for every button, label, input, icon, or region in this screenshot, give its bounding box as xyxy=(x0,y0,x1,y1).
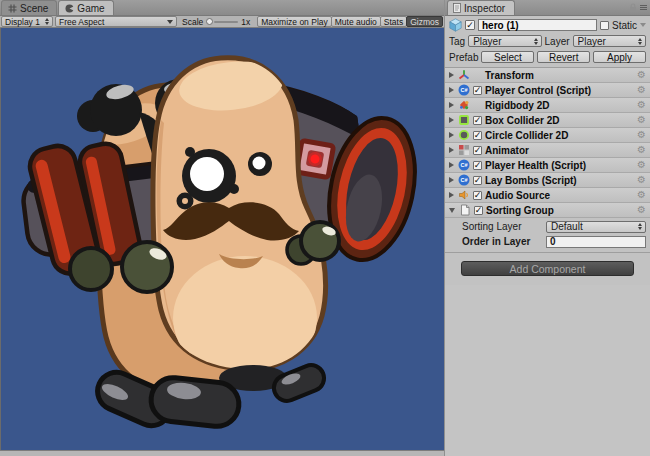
game-tabbar: Scene Game xyxy=(0,0,444,16)
tag-dropdown[interactable]: Player xyxy=(468,35,541,47)
order-in-layer-row: Order in Layer 0 xyxy=(445,235,650,248)
gear-icon[interactable]: ⚙ xyxy=(637,145,646,155)
aspect-dropdown[interactable]: Free Aspect xyxy=(55,16,177,27)
prefab-revert-button[interactable]: Revert xyxy=(537,51,590,63)
gear-icon[interactable]: ⚙ xyxy=(637,205,646,215)
inspector-tabbar-icons xyxy=(629,3,647,15)
svg-text:C#: C# xyxy=(460,87,467,93)
foldout-arrow-icon[interactable] xyxy=(449,192,454,198)
active-checkbox[interactable]: ✓ xyxy=(465,20,475,30)
add-component-button[interactable]: Add Component xyxy=(461,261,634,276)
svg-text:C#: C# xyxy=(460,177,467,183)
order-in-layer-label: Order in Layer xyxy=(462,236,542,247)
component-row-rigidbody-2d[interactable]: Rigidbody 2D ⚙ xyxy=(445,98,650,113)
animator-icon xyxy=(457,144,470,157)
game-viewport[interactable] xyxy=(0,28,444,450)
check-icon: ✓ xyxy=(474,131,482,140)
component-enabled-checkbox[interactable]: ✓ xyxy=(473,116,482,125)
component-row-player-health[interactable]: C# ✓ Player Health (Script) ⚙ xyxy=(445,158,650,173)
updown-arrows-icon xyxy=(45,18,49,25)
check-icon: ✓ xyxy=(474,146,482,155)
foldout-arrow-icon[interactable] xyxy=(449,132,454,138)
check-icon: ✓ xyxy=(466,21,474,30)
game-panel: Scene Game Display 1 Free Aspect Scale xyxy=(0,0,444,456)
check-icon: ✓ xyxy=(474,191,482,200)
prefab-label: Prefab xyxy=(449,52,478,63)
display-dropdown[interactable]: Display 1 xyxy=(1,16,53,27)
gizmos-button[interactable]: Gizmos xyxy=(406,16,443,27)
sorting-layer-label: Sorting Layer xyxy=(462,221,542,232)
layer-label: Layer xyxy=(545,36,570,47)
foldout-arrow-icon[interactable] xyxy=(449,117,454,123)
component-row-lay-bombs[interactable]: C# ✓ Lay Bombs (Script) ⚙ xyxy=(445,173,650,188)
tab-inspector[interactable]: Inspector xyxy=(447,0,515,15)
game-toolbar-buttons: Maximize on Play Mute audio Stats Gizmos xyxy=(258,16,443,27)
audio-source-icon xyxy=(457,189,470,202)
inspector-panel: Inspector ✓ hero (1) Static xyxy=(444,0,650,456)
component-enabled-checkbox[interactable]: ✓ xyxy=(473,191,482,200)
component-row-audio-source[interactable]: ✓ Audio Source ⚙ xyxy=(445,188,650,203)
gear-icon[interactable]: ⚙ xyxy=(637,130,646,140)
gear-icon[interactable]: ⚙ xyxy=(637,100,646,110)
static-dropdown-icon[interactable] xyxy=(640,23,646,27)
tab-inspector-label: Inspector xyxy=(464,3,505,14)
check-icon: ✓ xyxy=(474,86,482,95)
svg-text:C#: C# xyxy=(460,162,467,168)
prefab-select-button[interactable]: Select xyxy=(481,51,534,63)
scale-slider-track[interactable] xyxy=(214,21,238,23)
layer-dropdown[interactable]: Player xyxy=(573,35,646,47)
component-enabled-checkbox[interactable]: ✓ xyxy=(473,161,482,170)
inspector-tabbar: Inspector xyxy=(445,0,650,16)
menu-icon[interactable] xyxy=(640,5,647,10)
unity-editor-window: Scene Game Display 1 Free Aspect Scale xyxy=(0,0,650,456)
inspector-page-icon xyxy=(453,3,461,13)
tab-scene[interactable]: Scene xyxy=(1,0,57,15)
static-checkbox[interactable] xyxy=(600,21,609,30)
component-row-transform[interactable]: Transform ⚙ xyxy=(445,68,650,83)
inspector-empty-area xyxy=(445,285,650,456)
foldout-arrow-icon[interactable] xyxy=(449,177,454,183)
mute-audio-button[interactable]: Mute audio xyxy=(331,16,381,27)
lock-icon[interactable] xyxy=(629,3,637,12)
component-row-animator[interactable]: ✓ Animator ⚙ xyxy=(445,143,650,158)
component-enabled-checkbox[interactable]: ✓ xyxy=(473,131,482,140)
foldout-arrow-icon[interactable] xyxy=(449,102,454,108)
gear-icon[interactable]: ⚙ xyxy=(637,85,646,95)
static-label: Static xyxy=(612,20,637,31)
component-row-player-control[interactable]: C# ✓ Player Control (Script) ⚙ xyxy=(445,83,650,98)
foldout-arrow-icon[interactable] xyxy=(449,72,454,78)
tag-layer-row: Tag Player Layer Player xyxy=(449,34,646,48)
component-row-circle-collider-2d[interactable]: ✓ Circle Collider 2D ⚙ xyxy=(445,128,650,143)
component-enabled-checkbox[interactable]: ✓ xyxy=(473,86,482,95)
gameobject-name-field[interactable]: hero (1) xyxy=(478,19,597,31)
updown-arrows-icon xyxy=(638,38,642,45)
foldout-arrow-icon[interactable] xyxy=(449,147,454,153)
component-row-box-collider-2d[interactable]: ✓ Box Collider 2D ⚙ xyxy=(445,113,650,128)
gear-icon[interactable]: ⚙ xyxy=(637,160,646,170)
component-row-sorting-group[interactable]: ✓ Sorting Group ⚙ xyxy=(445,203,650,218)
csharp-script-icon: C# xyxy=(457,159,470,172)
game-pacman-icon xyxy=(65,4,74,13)
game-panel-bottom-edge xyxy=(0,450,444,456)
scale-slider-knob[interactable] xyxy=(206,18,213,25)
gear-icon[interactable]: ⚙ xyxy=(637,190,646,200)
prefab-row: Prefab Select Revert Apply xyxy=(449,50,646,64)
foldout-arrow-icon[interactable] xyxy=(449,87,454,93)
order-in-layer-field[interactable]: 0 xyxy=(546,236,646,248)
component-enabled-checkbox[interactable]: ✓ xyxy=(473,146,482,155)
component-enabled-checkbox[interactable]: ✓ xyxy=(473,176,482,185)
maximize-on-play-button[interactable]: Maximize on Play xyxy=(257,16,332,27)
stats-button[interactable]: Stats xyxy=(380,16,407,27)
check-icon: ✓ xyxy=(474,176,482,185)
gear-icon[interactable]: ⚙ xyxy=(637,175,646,185)
prefab-apply-button[interactable]: Apply xyxy=(593,51,646,63)
component-enabled-checkbox[interactable]: ✓ xyxy=(474,206,483,215)
foldout-arrow-icon[interactable] xyxy=(449,162,454,168)
gear-icon[interactable]: ⚙ xyxy=(637,115,646,125)
transform-icon xyxy=(457,69,470,82)
scene-grid-icon xyxy=(8,4,17,13)
sorting-layer-dropdown[interactable]: Default xyxy=(546,221,646,233)
gear-icon[interactable]: ⚙ xyxy=(637,70,646,80)
foldout-arrow-icon[interactable] xyxy=(449,208,455,213)
tab-game[interactable]: Game xyxy=(58,0,113,15)
